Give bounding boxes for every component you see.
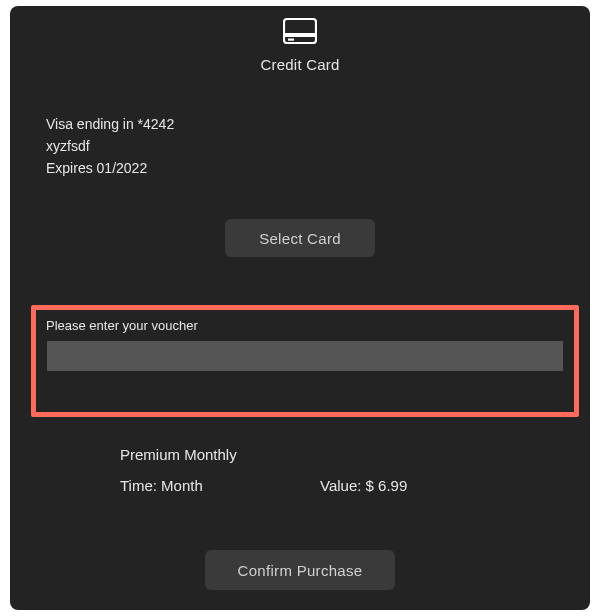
select-card-button[interactable]: Select Card: [225, 219, 375, 257]
product-value: Value: $ 6.99: [320, 477, 520, 494]
product-title: Premium Monthly: [120, 446, 520, 463]
svg-rect-2: [288, 39, 294, 41]
confirm-purchase-button[interactable]: Confirm Purchase: [205, 550, 395, 590]
credit-card-icon: [283, 18, 317, 48]
card-line1: Visa ending in *4242: [46, 113, 590, 135]
saved-card-block: Visa ending in *4242 xyzfsdf Expires 01/…: [46, 113, 590, 179]
panel-title: Credit Card: [261, 56, 340, 73]
voucher-label: Please enter your voucher: [36, 314, 574, 341]
product-time: Time: Month: [120, 477, 320, 494]
panel-header: Credit Card: [10, 18, 590, 73]
card-expiry: Expires 01/2022: [46, 157, 590, 179]
svg-rect-1: [284, 33, 316, 37]
product-block: Premium Monthly Time: Month Value: $ 6.9…: [120, 446, 520, 494]
voucher-section: Please enter your voucher: [31, 305, 579, 417]
payment-panel: Credit Card Visa ending in *4242 xyzfsdf…: [10, 6, 590, 610]
card-holder-name: xyzfsdf: [46, 135, 590, 157]
voucher-input[interactable]: [47, 341, 563, 371]
